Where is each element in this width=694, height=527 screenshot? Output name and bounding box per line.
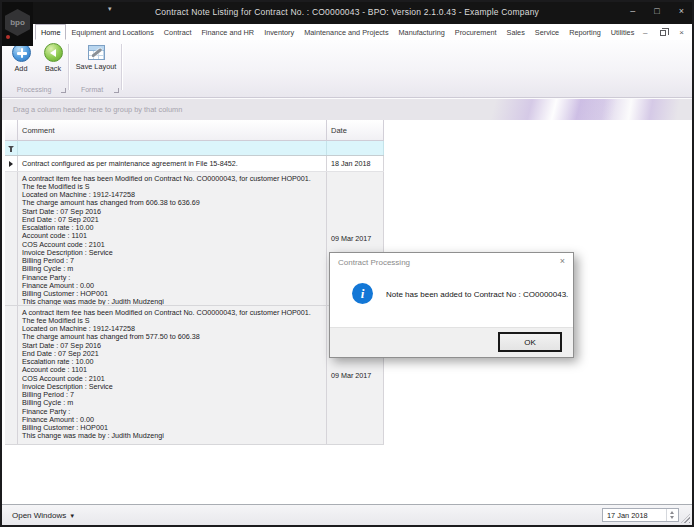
date-filter-cell[interactable] xyxy=(327,141,384,155)
dialog-message: Note has been added to Contract No : CO0… xyxy=(386,290,568,299)
tab-inventory[interactable]: Inventory xyxy=(259,24,299,40)
row-indicator-cell xyxy=(5,172,18,305)
maximize-button[interactable]: □ xyxy=(654,6,659,16)
auto-filter-row xyxy=(5,141,384,156)
spin-up-icon[interactable] xyxy=(670,511,674,514)
add-button[interactable]: Add xyxy=(6,43,36,83)
tab-home[interactable]: Home xyxy=(35,24,66,40)
comment-filter-cell[interactable] xyxy=(18,141,327,155)
format-dialog-launcher-icon[interactable] xyxy=(114,88,119,93)
tab-utilities[interactable]: Utilities xyxy=(606,24,640,40)
ok-button[interactable]: OK xyxy=(498,332,562,352)
focused-row-arrow-icon xyxy=(9,161,13,167)
indicator-header-cell xyxy=(5,120,18,141)
tab-maintenance-and-projects[interactable]: Maintenance and Projects xyxy=(299,24,393,40)
ribbon-group-separator xyxy=(68,44,69,90)
mdi-restore-icon[interactable] xyxy=(660,30,666,36)
dialog-title: Contract Processing xyxy=(338,258,410,267)
processing-dialog-launcher-icon[interactable] xyxy=(61,88,66,93)
tab-equipment-and-locations[interactable]: Equipment and Locations xyxy=(66,24,158,40)
date-input[interactable] xyxy=(603,511,663,520)
comment-cell: A contract item fee has been Modified on… xyxy=(18,172,327,305)
title-bar: Contract Note Listing for Contract No. :… xyxy=(2,2,692,24)
tab-service[interactable]: Service xyxy=(530,24,564,40)
chevron-down-icon: ▼ xyxy=(69,513,75,519)
contract-processing-dialog: Contract Processing × i Note has been ad… xyxy=(329,252,574,358)
ribbon: Add Back Save Layout Processing Format xyxy=(2,40,692,98)
table-row[interactable]: A contract item fee has been Modified on… xyxy=(5,172,384,306)
open-windows-button[interactable]: Open Windows▼ xyxy=(12,511,75,520)
group-label-processing: Processing xyxy=(4,86,64,93)
window-title: Contract Note Listing for Contract No. :… xyxy=(2,7,692,17)
notes-grid: Comment Date Contract configured as per … xyxy=(5,120,384,445)
tab-reporting[interactable]: Reporting xyxy=(564,24,606,40)
tab-manufacturing[interactable]: Manufacturing xyxy=(394,24,450,40)
row-indicator-cell xyxy=(5,306,18,444)
ribbon-tab-row: Home Equipment and Locations Contract Fi… xyxy=(2,24,692,40)
logo-red-dot xyxy=(6,35,10,39)
spin-down-icon[interactable] xyxy=(670,516,674,519)
quick-access-arrow-icon[interactable]: ▾ xyxy=(108,5,112,13)
back-icon xyxy=(44,43,63,62)
grid-group-panel[interactable]: Drag a column header here to group by th… xyxy=(2,98,692,120)
column-header-comment[interactable]: Comment xyxy=(18,120,327,141)
date-spinner[interactable] xyxy=(666,509,677,521)
mdi-close-button[interactable]: × xyxy=(679,28,684,37)
comment-cell: A contract item fee has been Modified on… xyxy=(18,306,327,444)
row-indicator-cell xyxy=(5,156,18,171)
save-layout-icon xyxy=(88,45,105,60)
app-window: Contract Note Listing for Contract No. :… xyxy=(0,0,694,527)
close-button[interactable]: × xyxy=(679,6,684,16)
info-icon: i xyxy=(352,283,373,304)
group-label-format: Format xyxy=(70,86,114,93)
date-editor xyxy=(602,508,679,522)
ribbon-group-separator xyxy=(121,44,122,90)
filter-indicator-cell xyxy=(5,141,18,155)
save-layout-button[interactable]: Save Layout xyxy=(73,43,119,83)
back-button[interactable]: Back xyxy=(38,43,68,83)
app-logo-button[interactable]: bpo xyxy=(2,2,33,46)
dialog-close-icon[interactable]: × xyxy=(560,256,565,266)
column-header-date[interactable]: Date xyxy=(327,120,384,141)
dialog-footer: OK xyxy=(330,327,573,357)
filter-funnel-icon xyxy=(8,146,14,149)
tab-finance-and-hr[interactable]: Finance and HR xyxy=(196,24,259,40)
table-row[interactable]: Contract configured as per maintenance a… xyxy=(5,156,384,172)
mdi-minimize-button[interactable]: – xyxy=(643,28,647,37)
tab-contract[interactable]: Contract xyxy=(159,24,197,40)
table-row[interactable]: A contract item fee has been Modified on… xyxy=(5,306,384,445)
comment-cell: Contract configured as per maintenance a… xyxy=(18,156,327,171)
minimize-button[interactable]: – xyxy=(630,6,635,16)
tab-sales[interactable]: Sales xyxy=(502,24,530,40)
resize-grip[interactable] xyxy=(681,514,690,523)
decorative-swirl xyxy=(392,99,692,120)
date-cell: 18 Jan 2018 xyxy=(327,156,384,171)
tab-procurement[interactable]: Procurement xyxy=(450,24,502,40)
grid-header-row: Comment Date xyxy=(5,120,384,141)
bpo-logo-icon: bpo xyxy=(5,9,30,36)
status-bar: Open Windows▼ xyxy=(2,504,692,525)
group-panel-hint: Drag a column header here to group by th… xyxy=(13,105,182,114)
